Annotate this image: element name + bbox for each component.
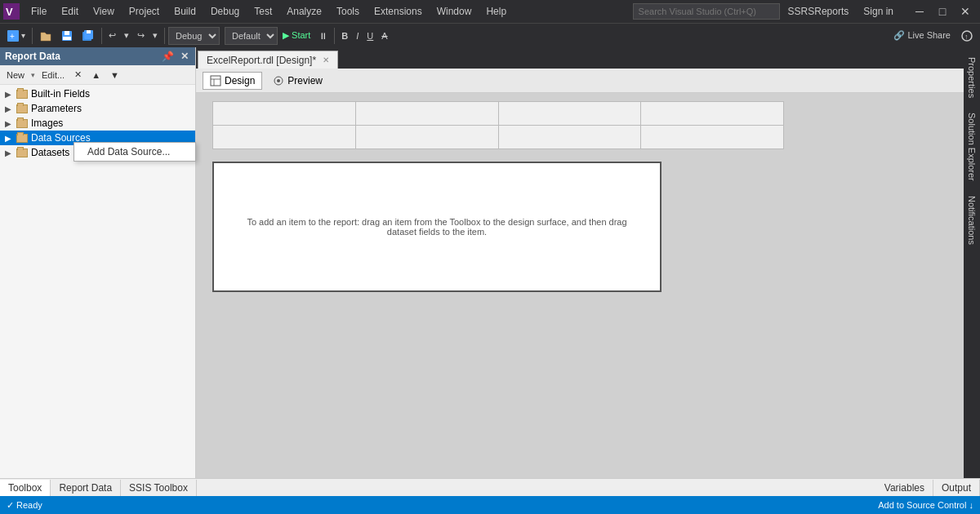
bottom-tab-variables[interactable]: Variables	[876, 480, 933, 496]
folder-icon	[16, 104, 28, 113]
save-btn[interactable]	[57, 28, 77, 44]
menu-view[interactable]: View	[87, 2, 121, 20]
tab-excel-report[interactable]: ExcelReport.rdl [Design]* ✕	[198, 51, 338, 69]
new-dropdown-arrow[interactable]: ▾	[31, 71, 35, 79]
tree-item-label: Datasets	[31, 147, 69, 158]
tree-item-built-in-fields[interactable]: ▶ Built-in Fields	[0, 86, 195, 101]
tree-item-images[interactable]: ▶ Images	[0, 116, 195, 131]
edit-btn[interactable]: Edit...	[38, 69, 68, 81]
menu-window[interactable]: Window	[430, 2, 479, 20]
context-menu-add-data-source[interactable]: Add Data Source...	[74, 143, 195, 161]
status-right: Add to Source Control ↓	[878, 500, 973, 510]
preview-label: Preview	[287, 75, 323, 86]
menu-tools[interactable]: Tools	[330, 2, 366, 20]
sidebar-properties-tab[interactable]: Properties	[965, 51, 978, 104]
panel-header-controls: 📌 ✕	[160, 51, 190, 62]
preview-btn[interactable]: Preview	[265, 72, 330, 90]
menu-analyze[interactable]: Analyze	[280, 2, 328, 20]
strikethrough-btn[interactable]: A	[378, 29, 390, 42]
menu-debug[interactable]: Debug	[204, 2, 246, 20]
design-preview-toolbar: Design Preview	[196, 69, 964, 93]
menu-edit[interactable]: Edit	[55, 2, 85, 20]
context-menu: Add Data Source...	[74, 142, 196, 162]
bold-btn[interactable]: B	[338, 29, 351, 42]
toolbar-sep-3	[164, 28, 165, 44]
menu-build[interactable]: Build	[167, 2, 203, 20]
svg-rect-5	[65, 31, 69, 35]
undo-btn[interactable]: ↩	[105, 29, 119, 42]
debug-config-dropdown[interactable]: Debug	[168, 27, 220, 45]
underline-btn[interactable]: U	[363, 29, 376, 42]
tab-bar: ExcelReport.rdl [Design]* ✕	[196, 47, 964, 69]
menu-help[interactable]: Help	[479, 2, 513, 20]
design-label: Design	[225, 75, 255, 86]
open-btn[interactable]	[36, 28, 56, 44]
design-area: ExcelReport.rdl [Design]* ✕ Design Previ…	[196, 47, 964, 478]
search-input[interactable]	[633, 3, 780, 20]
undo-dropdown[interactable]: ▾	[121, 29, 132, 42]
svg-text:V: V	[6, 6, 13, 18]
close-button[interactable]: ✕	[954, 0, 977, 23]
svg-rect-6	[63, 37, 71, 40]
redo-btn[interactable]: ↪	[134, 29, 148, 42]
live-share-btn[interactable]: 🔗 Live Share	[889, 29, 956, 42]
svg-rect-9	[87, 30, 91, 33]
new-project-btn[interactable]: + ▾	[3, 28, 29, 44]
move-down-btn[interactable]: ▼	[107, 69, 122, 81]
report-header-grid	[212, 101, 784, 149]
new-btn[interactable]: New	[3, 69, 28, 81]
redo-dropdown[interactable]: ▾	[149, 29, 161, 42]
tree-item-label: Images	[31, 117, 63, 129]
grid-cell	[356, 102, 499, 125]
window-controls: ─ □ ✕	[908, 0, 977, 23]
start-btn[interactable]: ▶ Start	[279, 29, 314, 42]
menu-extensions[interactable]: Extensions	[368, 2, 429, 20]
expand-arrow: ▶	[5, 134, 13, 143]
move-up-btn[interactable]: ▲	[88, 69, 104, 81]
save-all-btn[interactable]	[78, 28, 98, 44]
tree-item-parameters[interactable]: ▶ Parameters	[0, 101, 195, 116]
save-icon	[60, 29, 74, 42]
expand-arrow: ▶	[5, 90, 13, 99]
bottom-tab-output[interactable]: Output	[933, 480, 980, 496]
minimize-button[interactable]: ─	[908, 0, 931, 23]
pin-icon[interactable]: 📌	[160, 51, 176, 62]
pause-btn[interactable]: ⏸	[315, 29, 331, 42]
main-area: Report Data 📌 ✕ New ▾ Edit... ✕ ▲ ▼ ▶ Bu…	[0, 47, 980, 478]
folder-icon	[16, 90, 28, 99]
grid-cell	[499, 102, 642, 125]
svg-text:↑: ↑	[964, 33, 969, 41]
bottom-tab-report-data[interactable]: Report Data	[51, 480, 121, 496]
grid-cell	[641, 102, 783, 125]
delete-btn[interactable]: ✕	[71, 69, 85, 81]
app-title: SSRSReports	[782, 6, 856, 17]
report-body[interactable]: To add an item to the report: drag an it…	[212, 162, 662, 292]
design-btn[interactable]: Design	[203, 72, 262, 90]
grid-row-2	[213, 126, 783, 148]
signin-button[interactable]: Sign in	[857, 6, 900, 17]
menu-test[interactable]: Test	[247, 2, 278, 20]
tree-item-label: Parameters	[31, 103, 82, 114]
bottom-tab-toolbox[interactable]: Toolbox	[0, 480, 51, 496]
feedback-icon: ↑	[960, 29, 973, 42]
maximize-button[interactable]: □	[931, 0, 954, 23]
feedback-btn[interactable]: ↑	[957, 28, 977, 44]
panel-close-icon[interactable]: ✕	[179, 51, 190, 62]
bottom-tabs: Toolbox Report Data SSIS Toolbox Variabl…	[0, 478, 980, 496]
folder-icon	[16, 119, 28, 128]
bottom-tab-ssis-toolbox[interactable]: SSIS Toolbox	[121, 480, 197, 496]
italic-btn[interactable]: I	[353, 29, 362, 42]
menu-project[interactable]: Project	[122, 2, 166, 20]
solution-config-dropdown[interactable]: Default	[225, 27, 278, 45]
new-project-icon: +	[7, 29, 20, 42]
report-hint-text: To add an item to the report: drag an it…	[236, 217, 637, 237]
design-surface[interactable]: To add an item to the report: drag an it…	[196, 93, 964, 478]
sidebar-solution-explorer-tab[interactable]: Solution Explorer	[965, 106, 978, 188]
folder-icon	[16, 134, 28, 143]
status-text: ✓ Ready	[7, 500, 42, 511]
menu-file[interactable]: File	[24, 2, 53, 20]
tab-close-icon[interactable]: ✕	[323, 55, 329, 64]
toolbar-sep-2	[101, 28, 102, 44]
sidebar-notifications-tab[interactable]: Notifications	[965, 189, 978, 251]
source-control-btn[interactable]: Add to Source Control ↓	[878, 500, 973, 510]
